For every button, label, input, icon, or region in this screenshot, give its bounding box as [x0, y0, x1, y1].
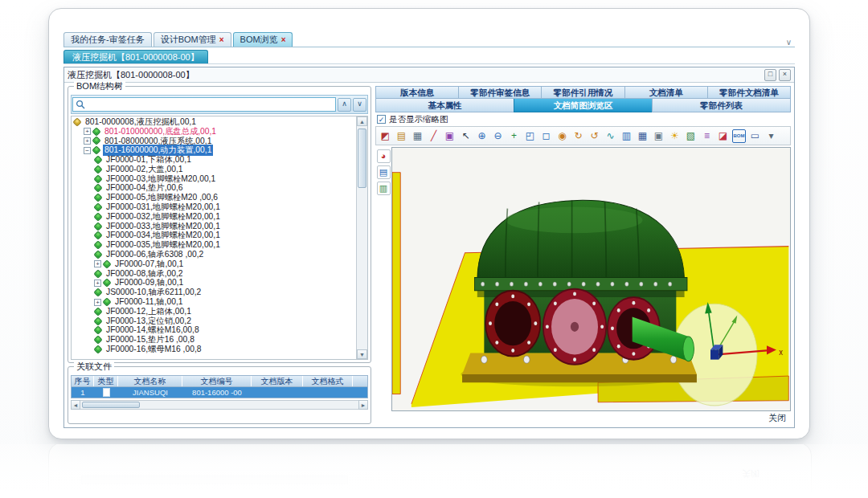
3d-viewport[interactable]: x: [391, 147, 791, 411]
orbit-icon[interactable]: ◉: [555, 129, 569, 143]
hscroll-track[interactable]: [80, 400, 358, 410]
tab-close-icon[interactable]: ×: [219, 35, 224, 44]
scroll-down-icon[interactable]: ▼: [357, 349, 367, 359]
close-link[interactable]: 关闭: [768, 412, 786, 424]
bom-label-icon[interactable]: BOM: [732, 129, 746, 143]
tab-close-icon[interactable]: ×: [281, 35, 286, 44]
tab-label: 我的任务-审签任务: [71, 34, 145, 46]
bom-browse-panel: 液压挖掘机【801-0000008-00】 □ × BOM结构树: [63, 67, 795, 428]
grid-icon[interactable]: ▦: [636, 129, 649, 143]
scroll-up-icon[interactable]: ▲: [357, 116, 367, 126]
related-files-group: 关联文件 序号类型文档名称文档编号文档版本文档格式 1JIANSUQI801-1…: [68, 366, 371, 424]
search-input[interactable]: [72, 97, 336, 112]
file-column-header: 文档格式: [303, 376, 353, 386]
x-axis-label: x: [779, 347, 783, 357]
files-table-header: 序号类型文档名称文档编号文档版本文档格式: [71, 375, 368, 387]
select-pointer-icon[interactable]: ↖: [459, 129, 473, 143]
restore-button[interactable]: □: [764, 69, 776, 81]
rotate-ccw-icon[interactable]: ↺: [588, 129, 601, 143]
zoom-window-icon[interactable]: ◰: [523, 129, 537, 143]
layers-icon[interactable]: ≡: [700, 129, 714, 143]
part-icon: [93, 202, 102, 211]
rotate-cw-icon[interactable]: ↻: [571, 129, 585, 143]
scroll-right-icon[interactable]: ►: [358, 400, 368, 410]
hscroll-thumb[interactable]: [82, 402, 140, 408]
part-icon: [93, 269, 102, 278]
pan-icon[interactable]: +: [507, 129, 521, 143]
zoom-in-icon[interactable]: ⊕: [475, 129, 489, 143]
bom-tree-group-title: BOM结构树: [74, 81, 125, 92]
snapshot-icon[interactable]: ▣: [652, 129, 665, 143]
screen-icon[interactable]: ▭: [748, 129, 762, 143]
sub-tab-bar: 液压挖掘机【801-0000008-00】: [63, 47, 795, 64]
tree-search-bar: ∧ ∨: [71, 95, 368, 114]
close-button[interactable]: ×: [779, 69, 791, 81]
view-tab[interactable]: 零部件列表: [652, 99, 791, 112]
document-icon: [103, 388, 110, 397]
right-column: 版本信息零部件审签信息零部件引用情况文档清单零部件文档清单 基本属性文档简图浏览…: [375, 86, 791, 424]
tab-label: BOM浏览: [240, 34, 278, 46]
walkthrough-icon[interactable]: ∿: [604, 129, 617, 143]
info-tab[interactable]: 版本信息: [375, 86, 458, 99]
model-tree-icon[interactable]: ▥: [377, 182, 391, 195]
file-cell: [252, 387, 303, 398]
info-tab[interactable]: 零部件文档清单: [707, 86, 791, 99]
tree-item[interactable]: JF0000-16,螺母M16 ,00,8: [72, 345, 356, 354]
expand-icon[interactable]: +: [94, 280, 101, 287]
view-manager-icon[interactable]: ◩: [379, 129, 392, 143]
thumbnail-checkbox[interactable]: ✓: [377, 115, 386, 124]
main-tab[interactable]: 我的任务-审签任务: [63, 32, 152, 47]
zoom-out-icon[interactable]: ⊖: [491, 129, 505, 143]
overflow-icon[interactable]: ▾: [764, 129, 778, 143]
part-icon: [92, 146, 100, 155]
expand-icon[interactable]: +: [84, 128, 91, 135]
search-prev-button[interactable]: ∧: [338, 98, 351, 112]
zoom-fit-icon[interactable]: ◻: [539, 129, 553, 143]
stamp-icon[interactable]: ▣: [443, 129, 457, 143]
info-tab[interactable]: 零部件引用情况: [541, 86, 624, 99]
expand-icon[interactable]: +: [94, 299, 101, 306]
doc-panel-icon[interactable]: ▤: [377, 165, 391, 179]
section-icon[interactable]: ▥: [620, 129, 633, 143]
scroll-thumb[interactable]: [358, 129, 366, 188]
file-column-header: 文档版本: [252, 376, 303, 386]
markup-icon[interactable]: ◪: [716, 129, 730, 143]
table-row[interactable]: 1JIANSUQI801-16000 -00: [71, 387, 368, 398]
part-icon: [93, 231, 102, 240]
pie-view-icon[interactable]: ◕: [377, 149, 391, 163]
thumbnail-option-row: ✓ 是否显示缩略图: [375, 112, 791, 126]
panel-window-buttons: □ ×: [764, 69, 791, 81]
main-tab[interactable]: 设计BOM管理×: [154, 32, 231, 47]
part-icon: [93, 222, 102, 231]
file-column-header: 文档名称: [118, 376, 182, 386]
tree-scrollbar[interactable]: ▲ ▼: [356, 116, 367, 359]
bom-tree: 801-0000008,液压挖掘机,00,1+801-010000000,底盘总…: [72, 116, 356, 359]
part-icon: [93, 250, 102, 259]
tab-overflow-chevron-icon[interactable]: ∨: [786, 38, 795, 47]
light-icon[interactable]: ☀: [668, 129, 682, 143]
search-icon: [76, 100, 85, 109]
scroll-track[interactable]: [357, 126, 367, 349]
info-tab[interactable]: 零部件审签信息: [458, 86, 541, 99]
view-tab[interactable]: 文档简图浏览区: [514, 99, 652, 112]
scroll-left-icon[interactable]: ◄: [71, 400, 80, 410]
open-file-icon[interactable]: ▤: [395, 129, 408, 143]
search-next-button[interactable]: ∨: [353, 98, 366, 112]
tree-area: 801-0000008,液压挖掘机,00,1+801-010000000,底盘总…: [71, 116, 368, 360]
expand-icon[interactable]: +: [94, 260, 101, 267]
info-tab[interactable]: 文档清单: [624, 86, 707, 99]
view-tab[interactable]: 基本属性: [375, 99, 514, 112]
files-hscrollbar[interactable]: ◄ ►: [71, 400, 368, 410]
print-icon[interactable]: ▦: [411, 129, 424, 143]
related-files-group-title: 关联文件: [74, 361, 114, 372]
subtab-hydraulic-excavator[interactable]: 液压挖掘机【801-0000008-00】: [63, 50, 208, 63]
edit-redline-icon[interactable]: ╱: [427, 129, 440, 143]
bom-tree-group: BOM结构树 ∧ ∨ 801-: [68, 86, 371, 363]
collapse-icon[interactable]: −: [84, 147, 91, 154]
expand-icon[interactable]: +: [84, 137, 91, 145]
main-tab[interactable]: BOM浏览×: [233, 32, 293, 47]
window-reflection: 关闭: [0, 444, 868, 498]
file-column-header: 类型: [94, 376, 118, 386]
image-icon[interactable]: ▧: [684, 129, 698, 143]
thumbnail-checkbox-label: 是否显示缩略图: [389, 114, 448, 125]
